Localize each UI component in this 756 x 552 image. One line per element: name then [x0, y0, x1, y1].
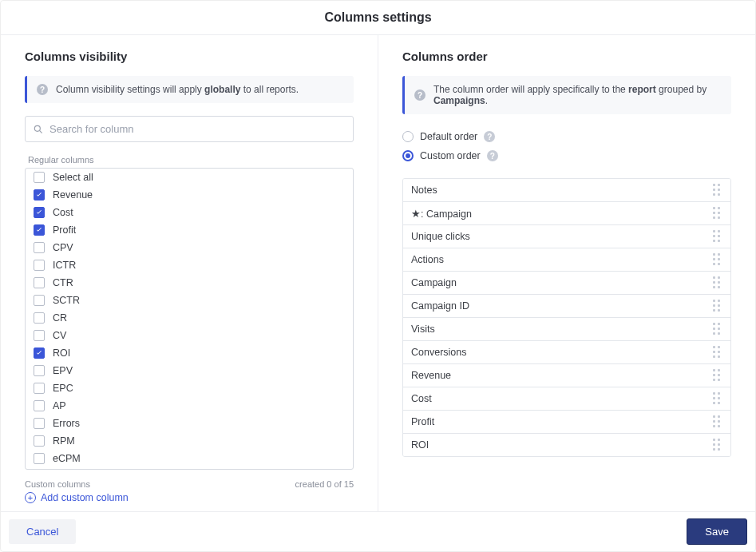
column-label: Cost	[53, 207, 73, 218]
order-title: Columns order	[402, 50, 731, 63]
column-label: RPM	[53, 435, 75, 447]
help-icon[interactable]: ?	[484, 131, 495, 142]
column-row[interactable]: CTR	[26, 274, 353, 292]
custom-columns-label: Custom columns	[25, 479, 90, 489]
order-row[interactable]: Notes	[403, 179, 730, 202]
order-row[interactable]: Conversions	[403, 341, 730, 364]
column-row[interactable]: ROI	[26, 344, 353, 362]
order-row[interactable]: ROI	[403, 434, 730, 456]
column-row[interactable]: eCPM	[26, 450, 353, 467]
column-row[interactable]: Profit	[26, 221, 353, 239]
column-label: EPC	[53, 383, 73, 394]
save-button[interactable]: Save	[687, 518, 747, 545]
drag-handle-icon[interactable]	[713, 184, 722, 197]
column-row[interactable]: ICTR	[26, 256, 353, 274]
default-order-radio[interactable]	[402, 131, 414, 142]
add-custom-column-button[interactable]: + Add custom column	[25, 492, 354, 503]
drag-handle-icon[interactable]	[713, 276, 722, 289]
drag-handle-icon[interactable]	[713, 253, 722, 266]
custom-columns-count: created 0 of 15	[295, 479, 354, 489]
column-checkbox[interactable]	[34, 189, 45, 201]
order-row[interactable]: Actions	[403, 248, 730, 272]
add-custom-label: Add custom column	[41, 492, 129, 503]
drag-handle-icon[interactable]	[713, 230, 722, 243]
drag-handle-icon[interactable]	[713, 300, 722, 312]
column-row[interactable]: EPC	[26, 379, 353, 397]
column-label: CPV	[53, 242, 73, 253]
order-row[interactable]: Visits	[403, 318, 730, 341]
order-label: Visits	[411, 324, 435, 335]
help-icon[interactable]: ?	[414, 89, 425, 101]
select-all-label: Select all	[53, 172, 93, 183]
column-row[interactable]: Cost	[26, 204, 353, 221]
column-row[interactable]: RPM	[26, 432, 353, 450]
drag-handle-icon[interactable]	[713, 415, 722, 428]
dialog-footer: Cancel Save	[1, 511, 755, 551]
column-row[interactable]: Revenue	[26, 186, 353, 204]
help-icon[interactable]: ?	[487, 150, 498, 161]
column-label: AP	[53, 400, 66, 411]
order-row[interactable]: Profit	[403, 411, 730, 434]
column-row[interactable]: CPV	[26, 239, 353, 256]
drag-handle-icon[interactable]	[713, 392, 722, 405]
cancel-button[interactable]: Cancel	[9, 519, 76, 544]
order-row[interactable]: Cost	[403, 387, 730, 411]
visibility-title: Columns visibility	[25, 50, 354, 63]
drag-handle-icon[interactable]	[713, 439, 722, 451]
default-order-option[interactable]: Default order ?	[402, 127, 731, 146]
column-checkbox[interactable]	[34, 207, 45, 218]
drag-handle-icon[interactable]	[713, 323, 722, 336]
column-checkbox[interactable]	[34, 312, 45, 324]
columns-list[interactable]: Select all RevenueCostProfitCPVICTRCTRSC…	[25, 168, 354, 470]
column-checkbox[interactable]	[34, 400, 45, 411]
columns-visibility-pane: Columns visibility ? Column visibility s…	[1, 35, 378, 511]
column-label: eCPM	[53, 453, 81, 464]
drag-handle-icon[interactable]	[713, 346, 722, 359]
order-row[interactable]: Campaign	[403, 272, 730, 295]
order-row[interactable]: Revenue	[403, 364, 730, 387]
column-label: ICTR	[53, 260, 76, 271]
visibility-info-text: Column visibility settings will apply gl…	[56, 84, 299, 95]
custom-order-radio[interactable]	[402, 150, 414, 161]
column-checkbox[interactable]	[34, 242, 45, 253]
column-row[interactable]: Errors	[26, 415, 353, 432]
column-checkbox[interactable]	[34, 347, 45, 359]
column-checkbox[interactable]	[34, 418, 45, 429]
column-checkbox[interactable]	[34, 277, 45, 288]
visibility-info-banner: ? Column visibility settings will apply …	[25, 76, 354, 103]
select-all-row[interactable]: Select all	[26, 169, 353, 186]
order-row[interactable]: Campaign ID	[403, 295, 730, 318]
svg-point-0	[34, 125, 40, 131]
column-checkbox[interactable]	[34, 365, 45, 376]
drag-handle-icon[interactable]	[713, 207, 722, 220]
order-label: Conversions	[411, 347, 466, 358]
dialog-body: Columns visibility ? Column visibility s…	[1, 35, 755, 511]
column-row[interactable]: AP	[26, 397, 353, 415]
order-row[interactable]: ★: Campaign	[403, 202, 730, 225]
column-checkbox[interactable]	[34, 330, 45, 341]
column-row[interactable]: CR	[26, 309, 353, 327]
column-row[interactable]: EPV	[26, 362, 353, 379]
order-label: Unique clicks	[411, 231, 470, 242]
column-row[interactable]: SCTR	[26, 292, 353, 309]
select-all-checkbox[interactable]	[34, 172, 45, 183]
order-label: Campaign	[411, 277, 457, 288]
column-checkbox[interactable]	[34, 224, 45, 236]
column-checkbox[interactable]	[34, 383, 45, 394]
order-row[interactable]: Unique clicks	[403, 225, 730, 248]
column-checkbox[interactable]	[34, 453, 45, 464]
column-checkbox[interactable]	[34, 260, 45, 271]
column-checkbox[interactable]	[34, 435, 45, 447]
custom-order-option[interactable]: Custom order ?	[402, 146, 731, 165]
search-wrap	[25, 116, 354, 142]
column-label: CR	[53, 312, 67, 324]
help-icon[interactable]: ?	[37, 84, 48, 95]
order-label: Campaign ID	[411, 300, 469, 312]
drag-handle-icon[interactable]	[713, 369, 722, 382]
search-input[interactable]	[25, 116, 354, 142]
regular-columns-label: Regular columns	[28, 155, 354, 165]
column-row[interactable]: CV	[26, 327, 353, 344]
order-info-banner: ? The column order will apply specifical…	[402, 76, 731, 114]
columns-order-pane: Columns order ? The column order will ap…	[378, 35, 755, 511]
column-checkbox[interactable]	[34, 295, 45, 306]
